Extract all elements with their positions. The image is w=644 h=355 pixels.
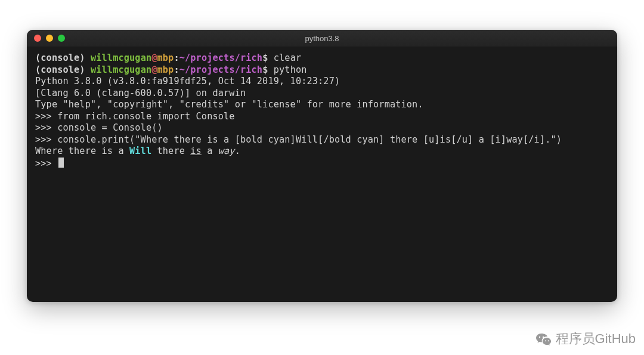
prompt-env: (console) [35, 53, 91, 63]
repl-input: from rich.console import Console [57, 111, 234, 122]
prompt-host: mbp [157, 53, 174, 63]
repl-prompt: >>> [35, 134, 57, 145]
svg-point-3 [547, 340, 549, 341]
watermark: 程序员GitHub [534, 330, 636, 348]
out-text: a [202, 146, 218, 156]
python-banner-line: Type "help", "copyright", "credits" or "… [35, 99, 423, 110]
prompt-sep: : [174, 64, 179, 75]
terminal-content[interactable]: (console) willmcgugan@mbp:~/projects/ric… [27, 47, 617, 302]
repl-prompt: >>> [35, 122, 57, 133]
prompt-env: (console) [35, 64, 91, 75]
cmd-clear: clear [274, 53, 301, 63]
svg-point-1 [542, 337, 543, 338]
close-icon[interactable] [34, 35, 41, 42]
rich-output: Where there is a Will there is a way. [35, 146, 240, 156]
prompt-sep: : [174, 53, 179, 63]
prompt-dollar: $ [262, 64, 274, 75]
window-titlebar: python3.8 [27, 30, 617, 47]
repl-line: >>> console = Console() [35, 122, 163, 133]
repl-line: >>> from rich.console import Console [35, 111, 235, 122]
repl-line: >>> [35, 158, 64, 169]
out-way: way [218, 146, 235, 156]
terminal-window: python3.8 (console) willmcgugan@mbp:~/pr… [27, 30, 617, 302]
prompt-at: @ [151, 53, 157, 63]
prompt-path: ~/projects/rich [179, 53, 262, 63]
terminal-line: (console) willmcgugan@mbp:~/projects/ric… [35, 53, 301, 63]
repl-prompt: >>> [35, 111, 57, 122]
repl-prompt: >>> [35, 158, 57, 169]
out-text: there [151, 146, 190, 156]
prompt-at: @ [151, 64, 157, 75]
prompt-host: mbp [157, 64, 174, 75]
prompt-user: willmcgugan [91, 64, 151, 75]
traffic-lights [27, 35, 65, 42]
out-text: Where there is a [35, 146, 129, 156]
out-is: is [190, 146, 202, 156]
python-banner-line: Python 3.8.0 (v3.8.0:fa919fdf25, Oct 14 … [35, 76, 346, 87]
python-banner-line: [Clang 6.0 (clang-600.0.57)] on darwin [35, 88, 246, 98]
window-title: python3.8 [27, 34, 617, 43]
wechat-icon [534, 330, 552, 348]
watermark-text: 程序员GitHub [556, 330, 636, 348]
prompt-dollar: $ [262, 53, 274, 63]
minimize-icon[interactable] [46, 35, 53, 42]
zoom-icon[interactable] [58, 35, 65, 42]
prompt-user: willmcgugan [91, 53, 151, 63]
repl-input: console.print("Where there is a [bold cy… [57, 134, 562, 145]
out-will: Will [129, 146, 151, 156]
repl-line: >>> console.print("Where there is a [bol… [35, 134, 562, 145]
svg-point-0 [538, 337, 540, 338]
svg-point-2 [545, 340, 546, 341]
repl-input: console = Console() [57, 122, 163, 133]
terminal-line: (console) willmcgugan@mbp:~/projects/ric… [35, 64, 307, 75]
out-text: . [235, 146, 240, 156]
cursor-icon [58, 158, 64, 168]
prompt-path: ~/projects/rich [179, 64, 262, 75]
cmd-python: python [274, 64, 307, 75]
